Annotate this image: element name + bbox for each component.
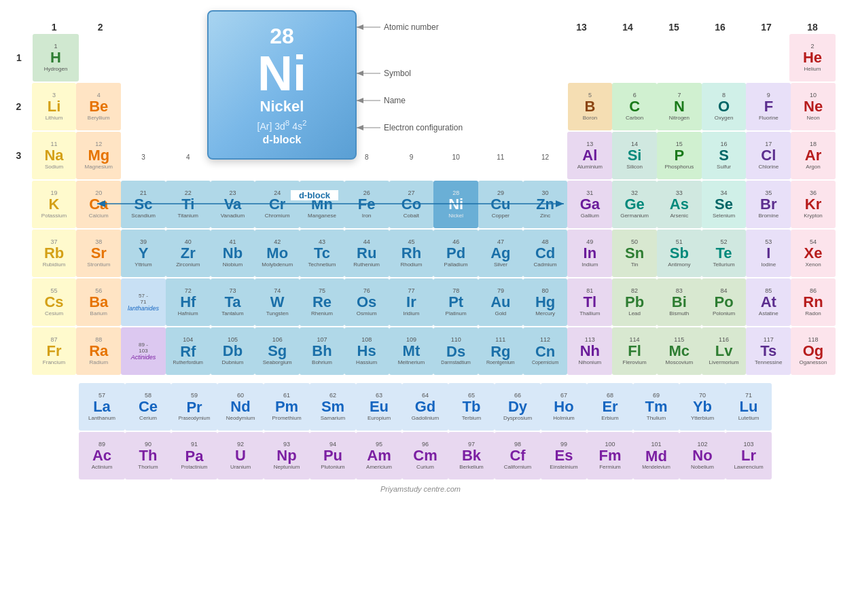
- element-U[interactable]: 92 U Uranium: [217, 432, 264, 479]
- element-Bh[interactable]: 107 Bh Bohrium: [300, 327, 344, 375]
- element-Bk[interactable]: 97 Bk Berkelium: [448, 432, 495, 479]
- element-C[interactable]: 6 C Carbon: [612, 83, 657, 130]
- element-Ce[interactable]: 58 Ce Cerium: [125, 383, 171, 431]
- element-Fl[interactable]: 114 Fl Flerovium: [612, 327, 657, 375]
- element-Sn[interactable]: 50 Sn Tin: [612, 230, 657, 277]
- element-As[interactable]: 33 As Arsenic: [657, 181, 702, 228]
- element-Po[interactable]: 84 Po Polonium: [702, 278, 747, 326]
- element-Cr[interactable]: 24 Cr Chromium: [255, 181, 300, 228]
- element-Ac-placeholder[interactable]: 89 - 103 Actinides: [121, 327, 166, 375]
- element-Si[interactable]: 14 Si Silicon: [612, 132, 657, 179]
- element-Au[interactable]: 79 Au Gold: [478, 278, 523, 326]
- element-Tm[interactable]: 69 Tm Thulium: [633, 383, 679, 431]
- element-Ru[interactable]: 44 Ru Ruthenium: [344, 230, 389, 277]
- element-Br[interactable]: 35 Br Bromine: [746, 181, 791, 228]
- element-Th[interactable]: 90 Th Thorium: [125, 432, 171, 479]
- element-Cd[interactable]: 48 Cd Cadmium: [523, 230, 568, 277]
- element-Ni-table[interactable]: 28 Ni Nickel: [433, 181, 478, 228]
- element-Ra[interactable]: 88 Ra Radium: [76, 327, 121, 375]
- element-I[interactable]: 53 I Iodine: [746, 230, 791, 277]
- element-Db[interactable]: 105 Db Dubnium: [211, 327, 255, 375]
- element-Ho[interactable]: 67 Ho Holmium: [541, 383, 587, 431]
- element-Os[interactable]: 76 Os Osmium: [344, 278, 389, 326]
- element-Rg[interactable]: 111 Rg Roentgenium: [478, 327, 523, 375]
- element-Li[interactable]: 3 Li Lithium: [32, 83, 77, 130]
- element-Kr[interactable]: 36 Kr Krypton: [791, 181, 836, 228]
- element-Ga[interactable]: 31 Ga Gallium: [567, 181, 612, 228]
- element-Cn[interactable]: 112 Cn Copernicium: [523, 327, 568, 375]
- element-Lu[interactable]: 71 Lu Lutetium: [726, 383, 772, 431]
- element-Cf[interactable]: 98 Cf Californium: [495, 432, 541, 479]
- element-Er[interactable]: 68 Er Erbium: [587, 383, 633, 431]
- element-Pb[interactable]: 82 Pb Lead: [612, 278, 657, 326]
- element-Al[interactable]: 13 Al Aluminium: [567, 132, 612, 179]
- element-Mc[interactable]: 115 Mc Moscovium: [657, 327, 702, 375]
- element-Pa[interactable]: 91 Pa Protactinium: [171, 432, 217, 479]
- element-Rn[interactable]: 86 Rn Radon: [791, 278, 836, 326]
- element-Hf[interactable]: 72 Hf Hafnium: [166, 278, 211, 326]
- element-Ar[interactable]: 18 Ar Argon: [791, 132, 836, 179]
- element-Gd[interactable]: 64 Gd Gadolinium: [402, 383, 448, 431]
- element-Co[interactable]: 27 Co Cobalt: [389, 181, 434, 228]
- element-Zn[interactable]: 30 Zn Zinc: [523, 181, 568, 228]
- element-At[interactable]: 85 At Astatine: [746, 278, 791, 326]
- element-Mn[interactable]: 25 Mn Manganese: [300, 181, 344, 228]
- element-Ir[interactable]: 77 Ir Iridium: [389, 278, 434, 326]
- element-H[interactable]: 1 H Hydrogen: [33, 34, 79, 81]
- element-Cs[interactable]: 55 Cs Cesium: [32, 278, 77, 326]
- element-F[interactable]: 9 F Fluorine: [746, 83, 791, 130]
- element-Ds[interactable]: 110 Ds Darmstadtium: [433, 327, 478, 375]
- element-Eu[interactable]: 63 Eu Europium: [356, 383, 402, 431]
- element-Y[interactable]: 39 Y Yttrium: [121, 230, 166, 277]
- element-Lv[interactable]: 116 Lv Livermorium: [702, 327, 747, 375]
- element-Sg[interactable]: 106 Sg Seaborgium: [255, 327, 300, 375]
- element-Yb[interactable]: 70 Yb Ytterbium: [679, 383, 726, 431]
- element-Md[interactable]: 101 Md Mendelevium: [633, 432, 679, 479]
- element-Nb[interactable]: 41 Nb Niobium: [211, 230, 255, 277]
- element-La[interactable]: 57 La Lanthanum: [79, 383, 125, 431]
- element-Lr[interactable]: 103 Lr Lawrencium: [726, 432, 772, 479]
- element-Va[interactable]: 23 Va Vanadium: [211, 181, 255, 228]
- element-In[interactable]: 49 In Indium: [567, 230, 612, 277]
- element-Cu[interactable]: 29 Cu Copper: [478, 181, 523, 228]
- element-Sb[interactable]: 51 Sb Antimony: [657, 230, 702, 277]
- element-Sr[interactable]: 38 Sr Strontium: [76, 230, 121, 277]
- element-Ta[interactable]: 73 Ta Tantalum: [211, 278, 255, 326]
- element-Fr[interactable]: 87 Fr Francium: [32, 327, 77, 375]
- element-Pu[interactable]: 94 Pu Plutonium: [310, 432, 356, 479]
- element-Ag[interactable]: 47 Ag Silver: [478, 230, 523, 277]
- element-Og[interactable]: 118 Og Oganesson: [791, 327, 836, 375]
- element-Tb[interactable]: 65 Tb Terbium: [448, 383, 495, 431]
- element-P[interactable]: 15 P Phosphorus: [657, 132, 702, 179]
- element-Ba[interactable]: 56 Ba Barium: [76, 278, 121, 326]
- element-Mt[interactable]: 109 Mt Meitnerium: [389, 327, 434, 375]
- element-Se[interactable]: 34 Se Selenium: [702, 181, 747, 228]
- element-Pt[interactable]: 78 Pt Platinum: [433, 278, 478, 326]
- element-O[interactable]: 8 O Oxygen: [702, 83, 747, 130]
- element-Mo[interactable]: 42 Mo Molybdenum: [255, 230, 300, 277]
- element-Nh[interactable]: 113 Nh Nihonium: [567, 327, 612, 375]
- element-Sc[interactable]: 21 Sc Scandium: [121, 181, 166, 228]
- element-Pr[interactable]: 59 Pr Praseodymium: [171, 383, 217, 431]
- element-Ac[interactable]: 89 Ac Actinium: [79, 432, 125, 479]
- element-Xe[interactable]: 54 Xe Xenon: [791, 230, 836, 277]
- element-Nd[interactable]: 60 Nd Neodymium: [217, 383, 264, 431]
- element-Ti[interactable]: 22 Ti Titanium: [166, 181, 211, 228]
- element-Rh[interactable]: 45 Rh Rhodium: [389, 230, 434, 277]
- element-Am[interactable]: 95 Am Americium: [356, 432, 402, 479]
- element-Sm[interactable]: 62 Sm Samarium: [310, 383, 356, 431]
- element-N[interactable]: 7 N Nitrogen: [657, 83, 702, 130]
- element-Hs[interactable]: 108 Hs Hassium: [344, 327, 389, 375]
- element-Te[interactable]: 52 Te Tellurium: [702, 230, 747, 277]
- element-Mg[interactable]: 12 Mg Magnesium: [76, 132, 121, 179]
- element-Tc[interactable]: 43 Tc Technetium: [300, 230, 344, 277]
- element-Zr[interactable]: 40 Zr Zirconium: [166, 230, 211, 277]
- element-K[interactable]: 19 K Potassium: [32, 181, 77, 228]
- element-Ge[interactable]: 32 Ge Germanium: [612, 181, 657, 228]
- element-Pm[interactable]: 61 Pm Promethium: [264, 383, 310, 431]
- element-Rf[interactable]: 104 Rf Rutherfordium: [166, 327, 211, 375]
- element-Pd[interactable]: 46 Pd Palladium: [433, 230, 478, 277]
- element-W[interactable]: 74 W Tungsten: [255, 278, 300, 326]
- element-Dy[interactable]: 66 Dy Dysprosium: [495, 383, 541, 431]
- element-Bi[interactable]: 83 Bi Bismuth: [657, 278, 702, 326]
